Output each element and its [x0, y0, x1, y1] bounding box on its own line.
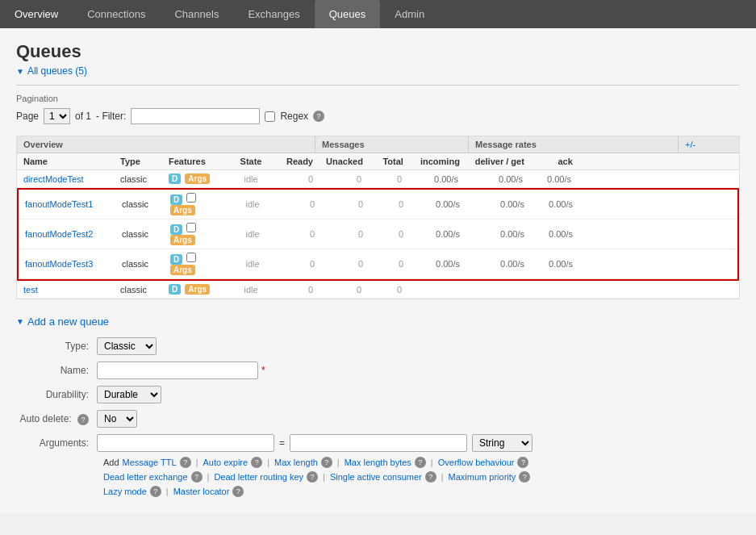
- args-type-select[interactable]: String Number Boolean: [472, 434, 533, 452]
- add-message-ttl[interactable]: Message TTL: [123, 458, 177, 467]
- add-queue-toggle[interactable]: ▼ Add a new queue: [16, 316, 740, 328]
- nav-overview[interactable]: Overview: [0, 0, 73, 28]
- queue-total: 0: [370, 226, 410, 242]
- queue-unacked: 0: [320, 282, 368, 298]
- queue-checkbox[interactable]: [186, 253, 196, 262]
- add-lazy-mode[interactable]: Lazy mode: [103, 487, 147, 496]
- table-row: fanoutModeTest2 classic D Args idle 0 0 …: [19, 219, 737, 249]
- badge-args[interactable]: Args: [185, 284, 210, 295]
- add-overflow-behaviour[interactable]: Overflow behaviour: [438, 458, 515, 467]
- name-row: Name: *: [16, 362, 740, 379]
- type-select[interactable]: Classic Quorum: [97, 337, 157, 355]
- all-queues-toggle[interactable]: ▼ All queues (5): [16, 65, 740, 77]
- queue-name-link[interactable]: test: [23, 285, 38, 295]
- queue-state: idle: [228, 226, 277, 242]
- col-deliver-header: deliver / get: [466, 153, 531, 169]
- add-maximum-priority[interactable]: Maximum priority: [449, 472, 516, 482]
- add-master-locator[interactable]: Master locator: [173, 487, 230, 496]
- regex-checkbox[interactable]: [265, 111, 275, 122]
- badge-args[interactable]: Args: [170, 235, 195, 245]
- queue-unacked: 0: [321, 196, 370, 212]
- auto-expire-help[interactable]: ?: [251, 457, 262, 468]
- type-label: Type:: [16, 341, 97, 352]
- queue-ready: 0: [275, 171, 320, 187]
- pagination-label: Pagination: [16, 94, 740, 103]
- durability-select[interactable]: Durable Transient: [97, 386, 161, 403]
- queue-state: idle: [227, 171, 275, 187]
- auto-delete-help-icon[interactable]: ?: [77, 414, 89, 425]
- add-max-length-bytes[interactable]: Max length bytes: [345, 458, 411, 467]
- col-unacked-header: Unacked: [320, 153, 370, 169]
- badge-args[interactable]: Args: [170, 265, 195, 275]
- name-input[interactable]: [97, 362, 258, 379]
- col-name-header: Name: [17, 153, 114, 169]
- max-length-bytes-help[interactable]: ?: [415, 457, 426, 468]
- queue-name-link[interactable]: directModeTest: [23, 174, 84, 184]
- ml-help[interactable]: ?: [232, 486, 244, 497]
- queue-checkbox[interactable]: [186, 193, 196, 203]
- args-value-input[interactable]: [290, 434, 467, 452]
- add-max-length[interactable]: Max length: [274, 458, 318, 467]
- nav-exchanges[interactable]: Exchanges: [233, 0, 314, 28]
- col-type-header: Type: [114, 153, 162, 169]
- nav-connections[interactable]: Connections: [73, 0, 160, 28]
- dlrk-help[interactable]: ?: [307, 471, 318, 483]
- queue-ack: [529, 286, 578, 293]
- all-queues-label: All queues (5): [27, 65, 87, 77]
- page-select[interactable]: 1: [44, 108, 70, 124]
- nav-channels[interactable]: Channels: [160, 0, 233, 28]
- args-key-input[interactable]: [97, 434, 274, 452]
- queue-total: 0: [368, 282, 408, 298]
- queue-deliver: 0.00/s: [466, 196, 531, 212]
- page-text: Page: [16, 111, 39, 122]
- sac-help[interactable]: ?: [425, 471, 436, 483]
- queue-ack: 0.00/s: [529, 171, 578, 187]
- queue-ack: 0.00/s: [531, 226, 579, 242]
- queue-total: 0: [370, 256, 410, 272]
- page-content: Queues ▼ All queues (5) Pagination Page …: [0, 28, 756, 513]
- durability-row: Durability: Durable Transient: [16, 386, 740, 403]
- fanout-group: fanoutModeTest1 classic D Args idle 0 0 …: [17, 188, 739, 281]
- mp-help[interactable]: ?: [519, 471, 530, 483]
- dle-help[interactable]: ?: [191, 471, 203, 483]
- add-auto-expire[interactable]: Auto expire: [203, 458, 249, 467]
- max-length-help[interactable]: ?: [321, 457, 332, 468]
- badge-args[interactable]: Args: [170, 205, 195, 215]
- message-ttl-help[interactable]: ?: [180, 457, 191, 468]
- regex-label: Regex: [280, 111, 308, 122]
- queue-name-link[interactable]: fanoutModeTest2: [25, 229, 93, 239]
- badge-durable: D: [169, 284, 181, 295]
- add-dead-letter-routing-key[interactable]: Dead letter routing key: [214, 472, 303, 482]
- nav-admin[interactable]: Admin: [380, 0, 439, 28]
- badge-durable: D: [169, 173, 181, 184]
- queue-unacked: 0: [321, 226, 370, 242]
- section-overview: Overview: [17, 136, 315, 153]
- badge-durable: D: [170, 194, 182, 205]
- nav-queues[interactable]: Queues: [315, 0, 381, 28]
- auto-delete-label: Auto delete: ?: [16, 413, 97, 425]
- plus-minus-button[interactable]: +/-: [679, 136, 702, 153]
- regex-help-icon[interactable]: ?: [313, 111, 324, 122]
- badge-args[interactable]: Args: [185, 173, 210, 184]
- table-row: test classic D Args idle 0 0 0: [17, 281, 739, 299]
- queue-type: classic: [114, 171, 162, 187]
- queue-state: idle: [227, 282, 275, 298]
- column-headers: Name Type Features State Ready Unacked T…: [17, 153, 739, 170]
- add-dead-letter-exchange[interactable]: Dead letter exchange: [103, 472, 188, 482]
- table-row: fanoutModeTest1 classic D Args idle 0 0 …: [19, 190, 737, 219]
- queue-name-link[interactable]: fanoutModeTest3: [25, 259, 93, 269]
- auto-delete-select[interactable]: No Yes: [97, 410, 137, 428]
- col-state-header: State: [227, 153, 275, 169]
- lm-help[interactable]: ?: [150, 486, 161, 497]
- queue-features: D Args: [162, 281, 227, 298]
- auto-delete-row: Auto delete: ? No Yes: [16, 410, 740, 428]
- queue-table: Overview Messages Message rates +/- Name…: [16, 136, 740, 299]
- filter-input[interactable]: [131, 108, 260, 124]
- overflow-help[interactable]: ?: [517, 457, 528, 468]
- add-single-active-consumer[interactable]: Single active consumer: [330, 472, 422, 482]
- table-section-headers: Overview Messages Message rates +/-: [17, 136, 739, 153]
- queue-name-link[interactable]: fanoutModeTest1: [25, 199, 93, 209]
- queue-features: D Args: [164, 249, 228, 278]
- arrow-icon: ▼: [16, 317, 24, 326]
- queue-checkbox[interactable]: [186, 223, 196, 232]
